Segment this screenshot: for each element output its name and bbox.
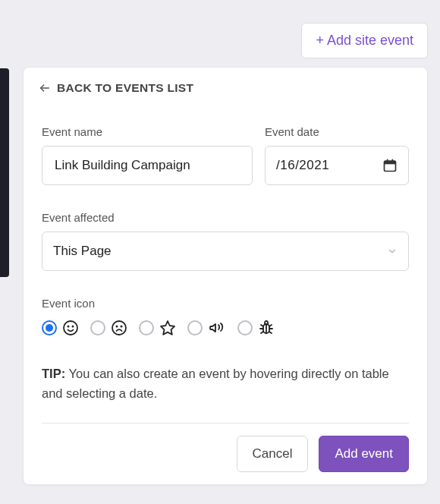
tip-text: TIP: You can also create an event by hov… (42, 364, 409, 403)
event-icon-label: Event icon (42, 297, 409, 310)
icon-option-star[interactable] (139, 319, 177, 337)
radio-star[interactable] (139, 320, 154, 335)
svg-point-10 (121, 326, 121, 326)
event-date-input[interactable]: /16/2021 (265, 146, 409, 185)
icon-option-bug[interactable] (237, 319, 275, 337)
event-name-input-wrap (42, 146, 253, 185)
star-icon (159, 319, 177, 337)
event-date-label: Event date (265, 125, 409, 138)
svg-rect-2 (385, 161, 396, 164)
svg-rect-4 (392, 159, 394, 162)
cancel-button[interactable]: Cancel (237, 436, 309, 472)
event-date-value: /16/2021 (276, 158, 382, 173)
svg-marker-11 (161, 321, 174, 335)
tip-prefix: TIP: (42, 367, 65, 380)
smile-icon (61, 319, 80, 337)
event-name-input[interactable] (53, 157, 241, 174)
svg-point-7 (72, 326, 73, 326)
svg-point-6 (68, 326, 68, 326)
add-event-card: BACK TO EVENTS LIST Event name Event dat… (23, 67, 428, 485)
event-affected-select[interactable]: This Page (42, 232, 409, 271)
radio-megaphone[interactable] (187, 320, 203, 335)
form-actions: Cancel Add event (42, 436, 409, 472)
radio-bug[interactable] (237, 320, 253, 335)
event-affected-label: Event affected (42, 211, 409, 224)
radio-smile[interactable] (42, 320, 57, 335)
icon-option-megaphone[interactable] (187, 319, 227, 337)
add-site-event-button[interactable]: + Add site event (301, 23, 428, 58)
event-affected-value: This Page (53, 244, 112, 259)
divider (42, 423, 409, 424)
radio-frown[interactable] (90, 320, 105, 335)
svg-point-8 (112, 321, 126, 335)
svg-point-5 (64, 321, 77, 335)
icon-option-frown[interactable] (90, 319, 128, 337)
arrow-left-icon (39, 82, 51, 94)
bug-icon (257, 319, 275, 337)
megaphone-icon (207, 319, 227, 337)
svg-rect-3 (387, 159, 388, 162)
add-event-button[interactable]: Add event (319, 436, 409, 472)
icon-option-smile[interactable] (42, 319, 80, 337)
event-form: Event name Event date /16/2021 (24, 104, 427, 472)
chevron-down-icon (387, 246, 398, 257)
calendar-icon (382, 158, 398, 173)
event-icon-options (42, 319, 409, 337)
back-label: BACK TO EVENTS LIST (57, 81, 193, 95)
event-name-label: Event name (42, 125, 253, 138)
left-rail-stub (0, 68, 9, 277)
svg-point-9 (116, 326, 117, 326)
back-to-events-link[interactable]: BACK TO EVENTS LIST (24, 81, 427, 104)
tip-body: You can also create an event by hovering… (42, 367, 389, 400)
frown-icon (110, 319, 128, 337)
